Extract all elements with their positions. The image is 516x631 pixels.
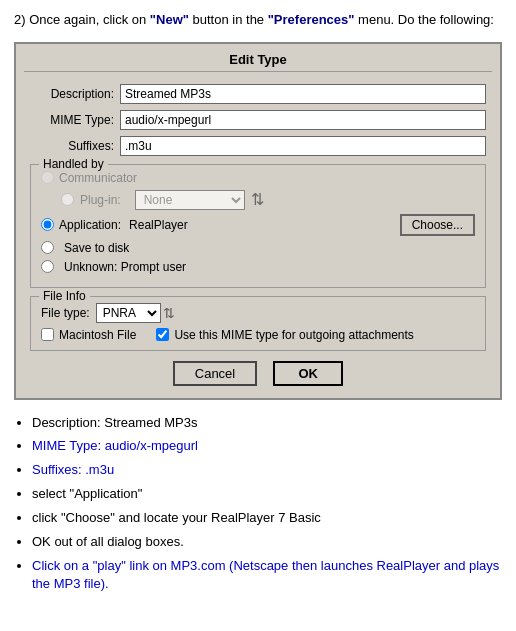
file-type-arrow-icon: ⇅ <box>163 305 175 321</box>
file-type-row: File type: PNRA ⇅ <box>41 303 475 323</box>
suffixes-input[interactable] <box>120 136 486 156</box>
communicator-label: Communicator <box>59 171 137 185</box>
application-radio[interactable] <box>41 218 54 231</box>
save-to-disk-label: Save to disk <box>64 241 129 255</box>
list-item: MIME Type: audio/x-mpegurl <box>32 437 502 456</box>
bullet-text: Description: Streamed MP3s <box>32 415 197 430</box>
bullet-text: Suffixes: .m3u <box>32 462 114 477</box>
application-label: Application: <box>59 218 121 232</box>
mime-label: MIME Type: <box>30 113 120 127</box>
choose-button[interactable]: Choose... <box>400 214 475 236</box>
bullet-text: click "Choose" and locate your RealPlaye… <box>32 510 321 525</box>
mime-outgoing-label: Use this MIME type for outgoing attachme… <box>174 328 413 342</box>
instruction-text3: menu. Do the following: <box>354 12 493 27</box>
bullet-text: MIME Type: audio/x-mpegurl <box>32 438 198 453</box>
file-type-select[interactable]: PNRA <box>96 303 161 323</box>
mime-outgoing-checkbox[interactable] <box>156 328 169 341</box>
communicator-radio[interactable] <box>41 171 54 184</box>
plugin-row: Plug-in: None ⇅ <box>41 190 475 210</box>
macintosh-file-label: Macintosh File <box>59 328 136 342</box>
list-item: select "Application" <box>32 485 502 504</box>
checkbox-row: Macintosh File Use this MIME type for ou… <box>41 328 475 342</box>
bullet-text: OK out of all dialog boxes. <box>32 534 184 549</box>
list-item: Description: Streamed MP3s <box>32 414 502 433</box>
dialog-body: Description: MIME Type: Suffixes: Handle… <box>24 80 492 390</box>
unknown-row: Unknown: Prompt user <box>41 260 475 274</box>
description-row: Description: <box>30 84 486 104</box>
ok-button[interactable]: OK <box>273 361 343 386</box>
macintosh-file-checkbox[interactable] <box>41 328 54 341</box>
save-to-disk-radio[interactable] <box>41 241 54 254</box>
suffixes-label: Suffixes: <box>30 139 120 153</box>
description-label: Description: <box>30 87 120 101</box>
instruction-highlight2: "Preferences" <box>268 12 355 27</box>
list-item: OK out of all dialog boxes. <box>32 533 502 552</box>
application-value: RealPlayer <box>129 218 390 232</box>
cancel-button[interactable]: Cancel <box>173 361 257 386</box>
plugin-arrow-icon: ⇅ <box>251 190 264 209</box>
macintosh-file-row: Macintosh File <box>41 328 136 342</box>
instruction-text1: 2) Once again, click on <box>14 12 150 27</box>
mime-input[interactable] <box>120 110 486 130</box>
mime-row: MIME Type: <box>30 110 486 130</box>
instruction-highlight1: "New" <box>150 12 189 27</box>
list-item: Click on a "play" link on MP3.com (Netsc… <box>32 557 502 595</box>
bullet-list: Description: Streamed MP3s MIME Type: au… <box>14 414 502 595</box>
handled-by-group: Handled by Communicator Plug-in: None ⇅ … <box>30 164 486 288</box>
bullet-text: select "Application" <box>32 486 142 501</box>
handled-by-label: Handled by <box>39 157 108 171</box>
save-to-disk-row: Save to disk <box>41 241 475 255</box>
edit-type-dialog: Edit Type Description: MIME Type: Suffix… <box>14 42 502 400</box>
plugin-radio[interactable] <box>61 193 74 206</box>
suffixes-row: Suffixes: <box>30 136 486 156</box>
file-info-label: File Info <box>39 289 90 303</box>
description-input[interactable] <box>120 84 486 104</box>
dialog-buttons: Cancel OK <box>30 361 486 386</box>
instructions: 2) Once again, click on "New" button in … <box>14 10 502 30</box>
mime-outgoing-row: Use this MIME type for outgoing attachme… <box>156 328 413 342</box>
list-item: click "Choose" and locate your RealPlaye… <box>32 509 502 528</box>
plugin-select[interactable]: None <box>135 190 245 210</box>
plugin-label: Plug-in: <box>80 193 121 207</box>
communicator-row: Communicator <box>41 171 475 185</box>
file-info-group: File Info File type: PNRA ⇅ Macintosh Fi… <box>30 296 486 351</box>
instruction-text2: button in the <box>189 12 268 27</box>
file-type-label: File type: <box>41 306 90 320</box>
unknown-radio[interactable] <box>41 260 54 273</box>
bullet-text: Click on a "play" link on MP3.com (Netsc… <box>32 558 499 592</box>
application-row: Application: RealPlayer Choose... <box>41 214 475 236</box>
dialog-title: Edit Type <box>24 52 492 72</box>
unknown-label: Unknown: Prompt user <box>64 260 186 274</box>
list-item: Suffixes: .m3u <box>32 461 502 480</box>
